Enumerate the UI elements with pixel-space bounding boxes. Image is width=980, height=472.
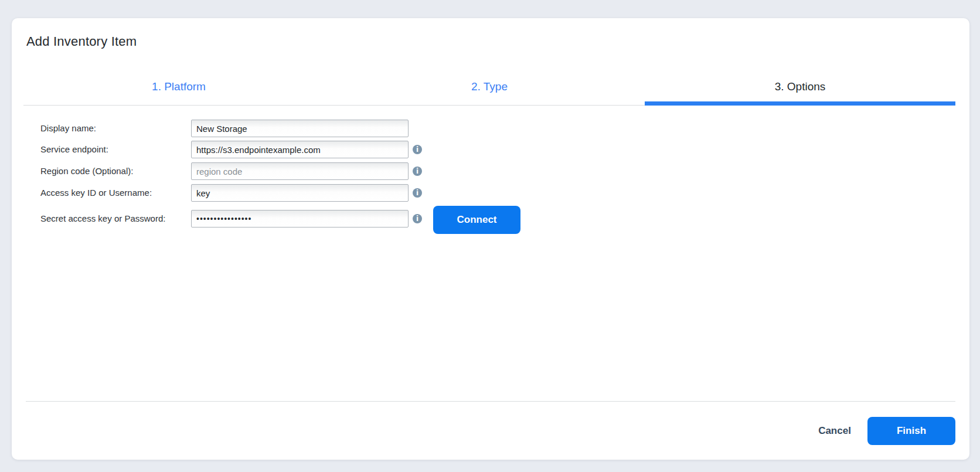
region-code-input[interactable]: [191, 162, 409, 180]
info-icon[interactable]: [413, 167, 422, 176]
tab-type[interactable]: 2. Type: [334, 68, 645, 105]
cancel-button[interactable]: Cancel: [799, 417, 870, 445]
tab-platform-label: 1. Platform: [152, 80, 206, 93]
tab-platform[interactable]: 1. Platform: [23, 68, 334, 105]
access-key-input[interactable]: [191, 184, 409, 202]
display-name-input[interactable]: [191, 120, 409, 137]
service-endpoint-label: Service endpoint:: [40, 141, 190, 158]
dialog-title: Add Inventory Item: [26, 34, 137, 49]
access-key-label: Access key ID or Username:: [40, 184, 190, 202]
form-row-display-name: Display name:: [12, 120, 969, 137]
region-code-label: Region code (Optional):: [40, 162, 190, 180]
form-row-region-code: Region code (Optional):: [12, 162, 969, 180]
wizard-tab-bar: 1. Platform 2. Type 3. Options: [23, 68, 955, 106]
add-inventory-item-dialog: Add Inventory Item 1. Platform 2. Type 3…: [12, 18, 969, 460]
info-icon[interactable]: [413, 145, 422, 154]
form-row-access-key: Access key ID or Username:: [12, 184, 969, 202]
info-icon[interactable]: [413, 214, 422, 223]
tab-type-label: 2. Type: [471, 80, 508, 93]
secret-key-label: Secret access key or Password:: [40, 210, 190, 227]
service-endpoint-input[interactable]: [191, 141, 409, 158]
info-icon[interactable]: [413, 188, 422, 198]
form-row-service-endpoint: Service endpoint:: [12, 141, 969, 158]
finish-button[interactable]: Finish: [867, 417, 955, 445]
tab-options[interactable]: 3. Options: [645, 68, 955, 105]
tab-options-label: 3. Options: [775, 80, 826, 93]
secret-key-input[interactable]: [191, 210, 409, 227]
display-name-label: Display name:: [40, 120, 190, 137]
footer-divider: [26, 401, 955, 402]
connect-button[interactable]: Connect: [433, 206, 520, 234]
